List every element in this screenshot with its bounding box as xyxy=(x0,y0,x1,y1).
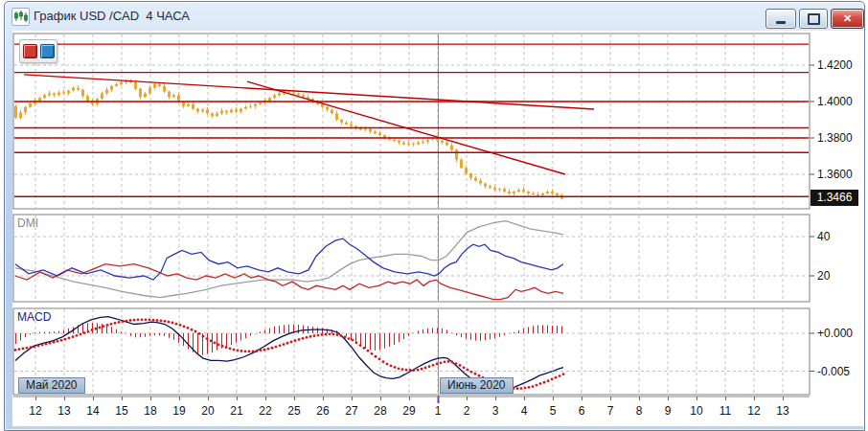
screenshot-stage: { "window": { "title": "График USD /CAD … xyxy=(0,0,868,431)
date-label: 13 xyxy=(57,404,70,418)
price-axis-label: 1.4000 xyxy=(817,95,853,108)
date-label: 15 xyxy=(115,404,127,418)
date-label: 9 xyxy=(665,404,672,418)
date-label: 5 xyxy=(550,404,557,418)
date-label: 10 xyxy=(690,404,702,418)
red-marker-button[interactable] xyxy=(23,44,37,58)
price-axis-label: 1.3800 xyxy=(817,131,853,145)
dmi-label: DMI xyxy=(17,216,38,230)
chart-toolbar xyxy=(19,39,57,63)
macd-panel[interactable] xyxy=(13,308,810,395)
date-label: 1 xyxy=(435,404,442,418)
date-label: 13 xyxy=(776,404,788,418)
macd-axis-label: -0.005 xyxy=(817,365,850,378)
date-label: 4 xyxy=(521,404,528,418)
dmi-panel[interactable] xyxy=(13,215,810,302)
date-label: 6 xyxy=(579,404,585,418)
date-label: 21 xyxy=(230,404,242,418)
date-label: 3 xyxy=(492,404,499,418)
date-label: 29 xyxy=(402,404,415,418)
price-chart-panel[interactable] xyxy=(13,34,810,209)
macd-axis-label: +0.000 xyxy=(817,327,853,340)
date-label: 14 xyxy=(86,404,99,418)
date-label: 12 xyxy=(747,404,760,418)
date-label: 7 xyxy=(607,404,614,418)
date-label: 20 xyxy=(201,404,214,418)
date-label: 22 xyxy=(259,404,271,418)
dmi-axis-label: 20 xyxy=(817,269,830,283)
date-label: 26 xyxy=(316,404,329,418)
dmi-axis-label: 40 xyxy=(817,230,830,243)
month-label-june: Июнь 2020 xyxy=(440,377,514,394)
date-label: 2 xyxy=(464,404,470,418)
price-axis-label: 1.3600 xyxy=(817,168,853,181)
macd-label: MACD xyxy=(17,310,51,324)
date-label: 28 xyxy=(374,404,386,418)
date-label: 19 xyxy=(172,404,185,418)
month-label-may: Май 2020 xyxy=(18,377,85,394)
date-label: 25 xyxy=(287,404,300,418)
date-label: 12 xyxy=(29,404,41,418)
blue-marker-button[interactable] xyxy=(40,44,55,58)
date-label: 27 xyxy=(345,404,357,418)
price-axis-label: 1.4200 xyxy=(817,58,853,72)
current-price-tag: 1.3466 xyxy=(811,190,858,206)
date-label: 8 xyxy=(636,404,643,418)
date-label: 18 xyxy=(144,404,156,418)
date-label: 11 xyxy=(720,404,731,418)
